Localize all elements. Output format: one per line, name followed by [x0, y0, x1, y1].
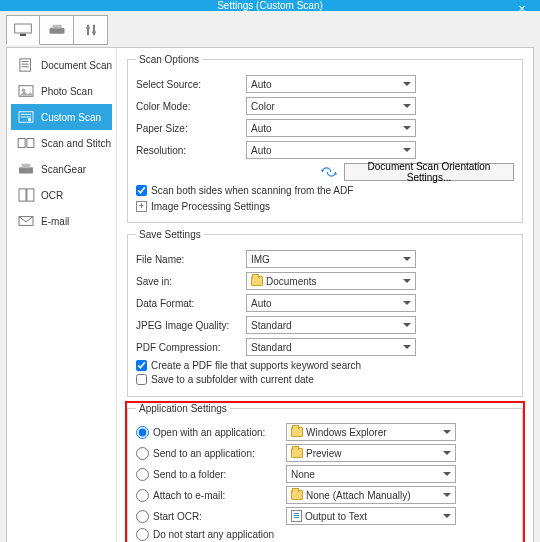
- send-to-app-radio[interactable]: Send to an application:: [136, 447, 286, 460]
- scan-options-group: Scan Options Select Source:Auto Color Mo…: [127, 54, 523, 223]
- sidebar-item-document[interactable]: Document Scan: [11, 52, 112, 78]
- start-ocr-radio[interactable]: Start OCR:: [136, 510, 286, 523]
- open-with-dropdown[interactable]: Windows Explorer: [286, 423, 456, 441]
- svg-rect-2: [49, 28, 64, 34]
- window-title: Settings (Custom Scan): [217, 0, 323, 11]
- open-with-radio[interactable]: Open with an application:: [136, 426, 286, 439]
- svg-rect-23: [27, 189, 34, 201]
- svg-marker-26: [334, 172, 337, 174]
- sidebar-item-photo[interactable]: Photo Scan: [11, 78, 112, 104]
- titlebar: Settings (Custom Scan) ×: [0, 0, 540, 11]
- sidebar-item-label: Photo Scan: [41, 86, 93, 97]
- svg-point-17: [28, 118, 32, 122]
- save-settings-legend: Save Settings: [136, 229, 204, 240]
- content: Scan Options Select Source:Auto Color Mo…: [117, 48, 533, 542]
- tab-preferences[interactable]: [74, 15, 108, 45]
- save-in-label: Save in:: [136, 276, 246, 287]
- close-icon[interactable]: ×: [508, 1, 536, 17]
- svg-rect-21: [22, 164, 31, 168]
- scan-both-sides-checkbox[interactable]: Scan both sides when scanning from the A…: [136, 185, 514, 196]
- scangear-icon: [17, 162, 35, 176]
- top-tabs: [6, 15, 534, 45]
- photo-icon: [17, 84, 35, 98]
- sidebar-item-scangear[interactable]: ScanGear: [11, 156, 112, 182]
- svg-point-6: [86, 26, 90, 30]
- svg-rect-1: [20, 34, 26, 36]
- send-to-app-dropdown[interactable]: Preview: [286, 444, 456, 462]
- sidebar-item-label: ScanGear: [41, 164, 86, 175]
- data-format-label: Data Format:: [136, 298, 246, 309]
- main: Document Scan Photo Scan Custom Scan Sca…: [0, 11, 540, 542]
- do-not-start-radio[interactable]: Do not start any application: [136, 528, 286, 541]
- send-to-folder-radio[interactable]: Send to a folder:: [136, 468, 286, 481]
- resolution-label: Resolution:: [136, 145, 246, 156]
- sync-icon[interactable]: [320, 166, 338, 178]
- color-mode-label: Color Mode:: [136, 101, 246, 112]
- plus-icon: +: [136, 201, 147, 212]
- pdf-compression-label: PDF Compression:: [136, 342, 246, 353]
- sidebar-item-label: E-mail: [41, 216, 69, 227]
- sidebar-item-email[interactable]: E-mail: [11, 208, 112, 234]
- jpeg-quality-label: JPEG Image Quality:: [136, 320, 246, 331]
- paper-size-label: Paper Size:: [136, 123, 246, 134]
- document-icon: [17, 58, 35, 72]
- custom-icon: [17, 110, 35, 124]
- create-pdf-checkbox[interactable]: Create a PDF file that supports keyword …: [136, 360, 514, 371]
- sidebar-item-ocr[interactable]: OCR: [11, 182, 112, 208]
- orientation-settings-button[interactable]: Document Scan Orientation Settings...: [344, 163, 514, 181]
- svg-rect-18: [18, 139, 25, 148]
- save-settings-group: Save Settings File Name:IMG Save in:Docu…: [127, 229, 523, 397]
- svg-rect-19: [27, 139, 34, 148]
- folder-icon: [291, 490, 303, 500]
- jpeg-quality-dropdown[interactable]: Standard: [246, 316, 416, 334]
- attach-email-dropdown[interactable]: None (Attach Manually): [286, 486, 456, 504]
- body: Document Scan Photo Scan Custom Scan Sca…: [6, 47, 534, 542]
- subfolder-checkbox[interactable]: Save to a subfolder with current date: [136, 374, 514, 385]
- scanner-icon: [48, 23, 66, 37]
- folder-icon: [251, 276, 263, 286]
- svg-marker-25: [321, 170, 324, 172]
- color-mode-dropdown[interactable]: Color: [246, 97, 416, 115]
- scan-options-legend: Scan Options: [136, 54, 202, 65]
- sidebar-item-custom[interactable]: Custom Scan: [11, 104, 112, 130]
- tab-scan-from-pc[interactable]: [6, 15, 40, 45]
- send-to-folder-dropdown[interactable]: None: [286, 465, 456, 483]
- stitch-icon: [17, 136, 35, 150]
- folder-icon: [291, 448, 303, 458]
- sliders-icon: [82, 23, 100, 37]
- select-source-label: Select Source:: [136, 79, 246, 90]
- document-arrow-icon: [291, 510, 302, 522]
- file-name-label: File Name:: [136, 254, 246, 265]
- file-name-input[interactable]: IMG: [246, 250, 416, 268]
- svg-point-7: [92, 30, 96, 34]
- select-source-dropdown[interactable]: Auto: [246, 75, 416, 93]
- sidebar-item-stitch[interactable]: Scan and Stitch: [11, 130, 112, 156]
- sidebar-item-label: Scan and Stitch: [41, 138, 111, 149]
- sidebar: Document Scan Photo Scan Custom Scan Sca…: [7, 48, 117, 542]
- sidebar-item-label: Document Scan: [41, 60, 112, 71]
- svg-rect-0: [15, 24, 32, 33]
- svg-rect-22: [19, 189, 26, 201]
- data-format-dropdown[interactable]: Auto: [246, 294, 416, 312]
- svg-rect-3: [52, 25, 61, 29]
- attach-email-radio[interactable]: Attach to e-mail:: [136, 489, 286, 502]
- save-in-dropdown[interactable]: Documents: [246, 272, 416, 290]
- email-icon: [17, 214, 35, 228]
- sidebar-item-label: Custom Scan: [41, 112, 101, 123]
- svg-point-13: [22, 88, 26, 92]
- start-ocr-dropdown[interactable]: Output to Text: [286, 507, 456, 525]
- monitor-icon: [14, 23, 32, 37]
- pdf-compression-dropdown[interactable]: Standard: [246, 338, 416, 356]
- svg-rect-20: [19, 167, 33, 173]
- paper-size-dropdown[interactable]: Auto: [246, 119, 416, 137]
- svg-rect-8: [20, 59, 31, 71]
- sidebar-item-label: OCR: [41, 190, 63, 201]
- application-settings-legend: Application Settings: [136, 403, 230, 414]
- resolution-dropdown[interactable]: Auto: [246, 141, 416, 159]
- folder-icon: [291, 427, 303, 437]
- application-settings-group: Application Settings Open with an applic…: [127, 403, 523, 542]
- image-processing-expand[interactable]: +Image Processing Settings: [136, 201, 270, 212]
- ocr-icon: [17, 188, 35, 202]
- tab-scan-from-device[interactable]: [40, 15, 74, 45]
